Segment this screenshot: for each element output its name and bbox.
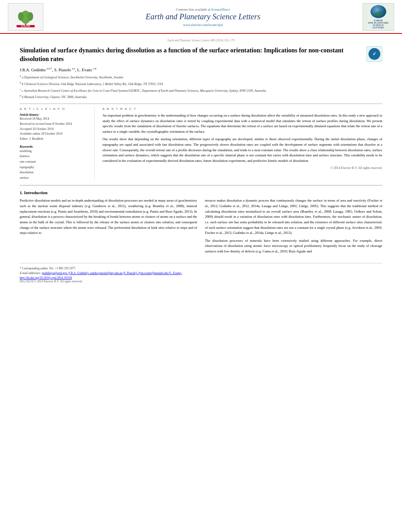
article-info-column: A R T I C L E I N F O Article history: R…: [20, 107, 95, 181]
affiliation-d: d d Monash University, Clayton, VIC 3800…: [20, 94, 382, 100]
intro-paragraph-2: terraces makes dissolution a dynamic pro…: [205, 198, 382, 235]
accepted-date: Accepted 10 October 2014: [20, 127, 90, 132]
corresponding-author-note: * Corresponding author. Tel.: +1 865 335…: [20, 267, 382, 270]
keyword-5: dissolution: [20, 170, 90, 175]
intro-paragraph-1: Predictive dissolution models and an in-…: [20, 198, 197, 235]
affiliation-a: a a Department of Geological Sciences, S…: [20, 74, 382, 80]
keyword-1: modeling: [20, 148, 90, 154]
keyword-3: rate constant: [20, 159, 90, 165]
crossmark-icon: ✓: [368, 48, 380, 60]
article-history: Article history: Received 18 May 2014 Re…: [20, 113, 90, 142]
doi-link[interactable]: http://dx.doi.org/10.1016/j.epsl.2014.10…: [20, 276, 382, 280]
sciencedirect-notice: Contents lists available at ScienceDirec…: [47, 7, 359, 11]
earth-globe-icon: [370, 5, 386, 18]
svg-point-2: [18, 12, 24, 20]
article-info-abstract-section: A R T I C L E I N F O Article history: R…: [20, 104, 382, 181]
svg-point-3: [28, 12, 34, 20]
issn-info: 0012-821X/© 2014 Elsevier B.V. All right…: [20, 280, 382, 283]
received-date: Received 18 May 2014: [20, 117, 90, 122]
abstract-column: A B S T R A C T An important problem in …: [102, 107, 382, 181]
keyword-4: topography: [20, 165, 90, 170]
introduction-section: 1. Introduction Predictive dissolution m…: [20, 190, 382, 256]
svg-text:ELSEVIER: ELSEVIER: [21, 25, 30, 27]
sciencedirect-link[interactable]: ScienceDirect: [211, 7, 230, 11]
introduction-body: Predictive dissolution models and an in-…: [20, 198, 382, 256]
elsevier-tree-svg: ELSEVIER: [12, 6, 39, 28]
journal-url[interactable]: www.elsevier.com/locate/epsl: [47, 23, 359, 27]
email-note: E-mail addresses: godinhojra@ornl.gov (J…: [20, 271, 382, 275]
abstract-paragraph-2: Our results show that depending on the s…: [102, 137, 382, 163]
introduction-heading: 1. Introduction: [20, 190, 382, 195]
section-divider: [20, 185, 382, 185]
article-title-section: Simulation of surface dynamics during di…: [20, 46, 382, 64]
journal-header: ELSEVIER Contents lists available at Sci…: [0, 0, 402, 34]
keywords-block: Keywords: modeling kinetics rate constan…: [20, 145, 90, 181]
affiliations: a a Department of Geological Sciences, S…: [20, 74, 382, 100]
crossmark-badge[interactable]: ✓: [367, 46, 382, 62]
article-body: Earth and Planetary Science Letters 408 …: [0, 34, 402, 287]
article-info-header: A R T I C L E I N F O: [20, 107, 90, 111]
journal-logo-right: EARTHAND PLANETARYSCIENCELETTERS: [363, 3, 394, 31]
author-emails[interactable]: godinhojra@ornl.gov (J.R.A. Godinho), sa…: [42, 271, 182, 275]
abstract-paragraph-1: An important problem in geochemistry is …: [102, 113, 382, 135]
available-date: Available online 28 October 2014: [20, 132, 90, 137]
intro-paragraph-3: The dissolution processes of minerals ha…: [205, 238, 382, 254]
journal-logo-text: EARTHAND PLANETARYSCIENCELETTERS: [368, 19, 389, 29]
volume-info: Earth and Planetary Science Letters 408 …: [20, 39, 382, 42]
abstract-header: A B S T R A C T: [102, 107, 382, 111]
keyword-6: surface: [20, 175, 90, 181]
journal-header-center: Contents lists available at ScienceDirec…: [43, 7, 363, 27]
article-footer: * Corresponding author. Tel.: +1 865 335…: [20, 263, 382, 283]
introduction-left-col: Predictive dissolution models and an in-…: [20, 198, 197, 256]
copyright-notice: © 2014 Elsevier B.V. All rights reserved…: [102, 166, 382, 170]
revised-date: Received in revised form 8 October 2014: [20, 122, 90, 127]
authors-line: J.R.A. Godinho a,b,*, S. Piazolo a,c, L.…: [20, 67, 382, 72]
affiliation-c: c c Australian Research Council Centre o…: [20, 87, 382, 93]
affiliation-b: b b Chemical Sciences Division, Oak Ridg…: [20, 81, 382, 87]
introduction-right-col: terraces makes dissolution a dynamic pro…: [205, 198, 382, 256]
article-title: Simulation of surface dynamics during di…: [20, 46, 363, 64]
keyword-2: kinetics: [20, 154, 90, 159]
elsevier-logo-container: ELSEVIER: [8, 3, 43, 31]
abstract-text: An important problem in geochemistry is …: [102, 113, 382, 164]
journal-title: Earth and Planetary Science Letters: [47, 12, 359, 21]
editor-info: Editor: J. Brodholt: [20, 137, 90, 142]
